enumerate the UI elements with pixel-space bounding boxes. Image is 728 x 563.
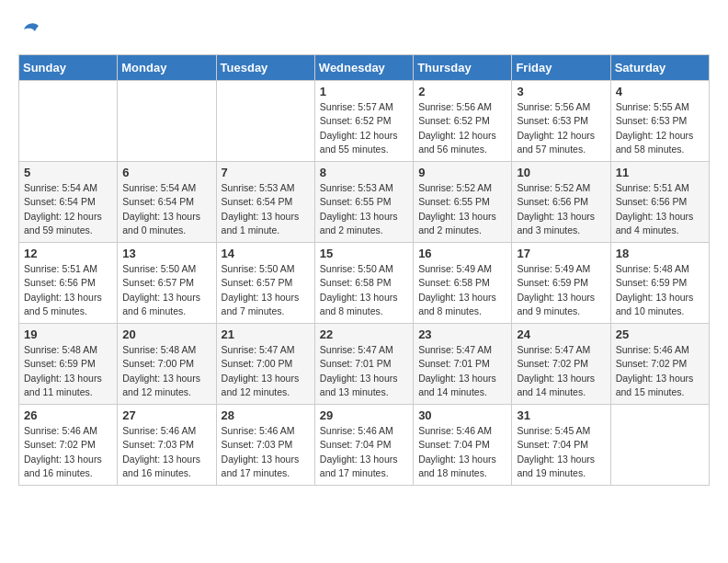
calendar-cell: 18Sunrise: 5:48 AMSunset: 6:59 PMDayligh…	[610, 243, 709, 324]
cell-info: Sunrise: 5:48 AMSunset: 7:00 PMDaylight:…	[122, 343, 210, 399]
day-number: 28	[222, 408, 310, 422]
column-header-friday: Friday	[512, 55, 610, 81]
day-number: 15	[320, 247, 408, 260]
day-number: 29	[320, 408, 408, 422]
cell-info: Sunrise: 5:51 AMSunset: 6:56 PMDaylight:…	[616, 181, 704, 237]
calendar-cell: 29Sunrise: 5:46 AMSunset: 7:04 PMDayligh…	[314, 405, 413, 486]
calendar-cell	[19, 81, 118, 162]
day-number: 3	[517, 85, 605, 98]
day-number: 13	[122, 247, 210, 260]
calendar-cell: 16Sunrise: 5:49 AMSunset: 6:58 PMDayligh…	[414, 243, 512, 324]
day-number: 31	[517, 408, 605, 422]
cell-info: Sunrise: 5:49 AMSunset: 6:59 PMDaylight:…	[517, 262, 605, 318]
calendar-cell: 21Sunrise: 5:47 AMSunset: 7:00 PMDayligh…	[216, 324, 314, 405]
cell-info: Sunrise: 5:46 AMSunset: 7:02 PMDaylight:…	[24, 424, 112, 480]
calendar-cell: 31Sunrise: 5:45 AMSunset: 7:04 PMDayligh…	[512, 405, 610, 486]
calendar-cell: 19Sunrise: 5:48 AMSunset: 6:59 PMDayligh…	[19, 324, 118, 405]
cell-info: Sunrise: 5:50 AMSunset: 6:57 PMDaylight:…	[122, 262, 210, 318]
day-number: 11	[616, 166, 704, 179]
day-number: 30	[418, 408, 506, 422]
calendar-cell: 25Sunrise: 5:46 AMSunset: 7:02 PMDayligh…	[610, 324, 709, 405]
day-number: 22	[320, 327, 408, 341]
calendar-cell: 7Sunrise: 5:53 AMSunset: 6:54 PMDaylight…	[216, 162, 314, 243]
day-number: 26	[24, 408, 112, 422]
cell-info: Sunrise: 5:54 AMSunset: 6:54 PMDaylight:…	[24, 181, 112, 237]
day-number: 4	[616, 85, 704, 98]
cell-info: Sunrise: 5:45 AMSunset: 7:04 PMDaylight:…	[517, 424, 605, 480]
calendar-cell: 28Sunrise: 5:46 AMSunset: 7:03 PMDayligh…	[216, 405, 314, 486]
calendar-cell: 3Sunrise: 5:56 AMSunset: 6:53 PMDaylight…	[512, 81, 610, 162]
week-row-3: 12Sunrise: 5:51 AMSunset: 6:56 PMDayligh…	[19, 243, 710, 324]
calendar-cell: 2Sunrise: 5:56 AMSunset: 6:52 PMDaylight…	[414, 81, 512, 162]
calendar-cell: 22Sunrise: 5:47 AMSunset: 7:01 PMDayligh…	[314, 324, 413, 405]
day-number: 8	[320, 166, 408, 179]
day-number: 23	[418, 327, 506, 341]
calendar-cell: 8Sunrise: 5:53 AMSunset: 6:55 PMDaylight…	[314, 162, 413, 243]
calendar-cell: 15Sunrise: 5:50 AMSunset: 6:58 PMDayligh…	[314, 243, 413, 324]
day-number: 24	[517, 327, 605, 341]
logo	[18, 18, 42, 45]
calendar-cell	[216, 81, 314, 162]
cell-info: Sunrise: 5:46 AMSunset: 7:04 PMDaylight:…	[418, 424, 506, 480]
day-number: 9	[418, 166, 506, 179]
calendar-cell: 24Sunrise: 5:47 AMSunset: 7:02 PMDayligh…	[512, 324, 610, 405]
cell-info: Sunrise: 5:46 AMSunset: 7:03 PMDaylight:…	[222, 424, 310, 480]
calendar-cell: 9Sunrise: 5:52 AMSunset: 6:55 PMDaylight…	[414, 162, 512, 243]
calendar-cell: 13Sunrise: 5:50 AMSunset: 6:57 PMDayligh…	[118, 243, 216, 324]
calendar-header-row: SundayMondayTuesdayWednesdayThursdayFrid…	[19, 55, 710, 81]
calendar-cell: 30Sunrise: 5:46 AMSunset: 7:04 PMDayligh…	[414, 405, 512, 486]
week-row-5: 26Sunrise: 5:46 AMSunset: 7:02 PMDayligh…	[19, 405, 710, 486]
day-number: 7	[222, 166, 310, 179]
cell-info: Sunrise: 5:56 AMSunset: 6:53 PMDaylight:…	[517, 100, 605, 156]
logo-bird-icon	[20, 18, 42, 40]
cell-info: Sunrise: 5:50 AMSunset: 6:58 PMDaylight:…	[320, 262, 408, 318]
day-number: 2	[418, 85, 506, 98]
calendar-cell	[118, 81, 216, 162]
day-number: 10	[517, 166, 605, 179]
column-header-monday: Monday	[118, 55, 216, 81]
cell-info: Sunrise: 5:46 AMSunset: 7:02 PMDaylight:…	[616, 343, 704, 399]
day-number: 27	[122, 408, 210, 422]
cell-info: Sunrise: 5:57 AMSunset: 6:52 PMDaylight:…	[320, 100, 408, 156]
calendar-cell: 14Sunrise: 5:50 AMSunset: 6:57 PMDayligh…	[216, 243, 314, 324]
week-row-2: 5Sunrise: 5:54 AMSunset: 6:54 PMDaylight…	[19, 162, 710, 243]
calendar-table: SundayMondayTuesdayWednesdayThursdayFrid…	[18, 54, 710, 486]
cell-info: Sunrise: 5:55 AMSunset: 6:53 PMDaylight:…	[616, 100, 704, 156]
cell-info: Sunrise: 5:56 AMSunset: 6:52 PMDaylight:…	[418, 100, 506, 156]
cell-info: Sunrise: 5:47 AMSunset: 7:00 PMDaylight:…	[222, 343, 310, 399]
cell-info: Sunrise: 5:47 AMSunset: 7:02 PMDaylight:…	[517, 343, 605, 399]
calendar-cell: 10Sunrise: 5:52 AMSunset: 6:56 PMDayligh…	[512, 162, 610, 243]
calendar-cell: 17Sunrise: 5:49 AMSunset: 6:59 PMDayligh…	[512, 243, 610, 324]
day-number: 6	[122, 166, 210, 179]
day-number: 1	[320, 85, 408, 98]
column-header-saturday: Saturday	[610, 55, 709, 81]
cell-info: Sunrise: 5:51 AMSunset: 6:56 PMDaylight:…	[24, 262, 112, 318]
cell-info: Sunrise: 5:48 AMSunset: 6:59 PMDaylight:…	[616, 262, 704, 318]
week-row-1: 1Sunrise: 5:57 AMSunset: 6:52 PMDaylight…	[19, 81, 710, 162]
calendar-cell	[610, 405, 709, 486]
column-header-thursday: Thursday	[414, 55, 512, 81]
page-header	[18, 18, 710, 45]
calendar-cell: 5Sunrise: 5:54 AMSunset: 6:54 PMDaylight…	[19, 162, 118, 243]
day-number: 17	[517, 247, 605, 260]
cell-info: Sunrise: 5:46 AMSunset: 7:03 PMDaylight:…	[122, 424, 210, 480]
cell-info: Sunrise: 5:53 AMSunset: 6:55 PMDaylight:…	[320, 181, 408, 237]
day-number: 16	[418, 247, 506, 260]
calendar-cell: 1Sunrise: 5:57 AMSunset: 6:52 PMDaylight…	[314, 81, 413, 162]
week-row-4: 19Sunrise: 5:48 AMSunset: 6:59 PMDayligh…	[19, 324, 710, 405]
calendar-cell: 6Sunrise: 5:54 AMSunset: 6:54 PMDaylight…	[118, 162, 216, 243]
day-number: 14	[222, 247, 310, 260]
day-number: 19	[24, 327, 112, 341]
cell-info: Sunrise: 5:47 AMSunset: 7:01 PMDaylight:…	[320, 343, 408, 399]
day-number: 5	[24, 166, 112, 179]
calendar-cell: 26Sunrise: 5:46 AMSunset: 7:02 PMDayligh…	[19, 405, 118, 486]
column-header-tuesday: Tuesday	[216, 55, 314, 81]
calendar-cell: 27Sunrise: 5:46 AMSunset: 7:03 PMDayligh…	[118, 405, 216, 486]
cell-info: Sunrise: 5:52 AMSunset: 6:56 PMDaylight:…	[517, 181, 605, 237]
day-number: 18	[616, 247, 704, 260]
cell-info: Sunrise: 5:52 AMSunset: 6:55 PMDaylight:…	[418, 181, 506, 237]
cell-info: Sunrise: 5:47 AMSunset: 7:01 PMDaylight:…	[418, 343, 506, 399]
calendar-cell: 20Sunrise: 5:48 AMSunset: 7:00 PMDayligh…	[118, 324, 216, 405]
day-number: 12	[24, 247, 112, 260]
day-number: 21	[222, 327, 310, 341]
